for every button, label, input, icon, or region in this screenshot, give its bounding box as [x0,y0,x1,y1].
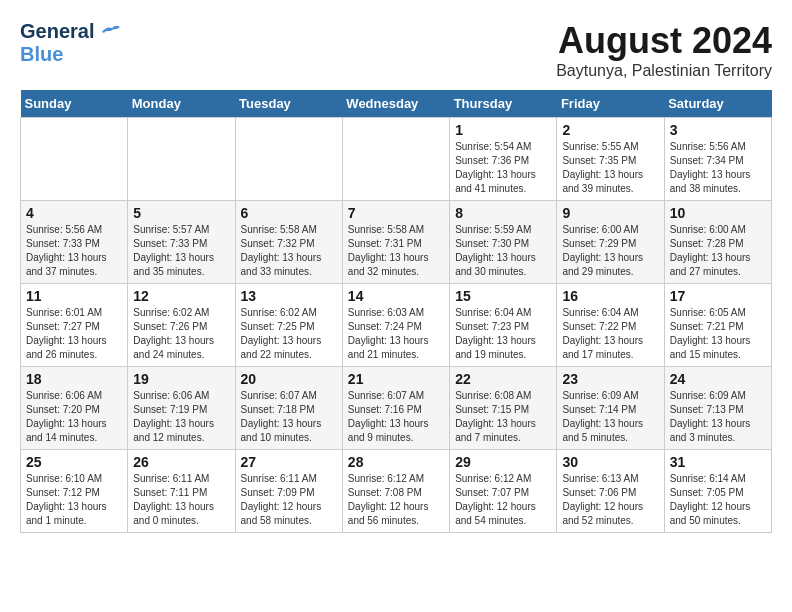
day-number: 2 [562,122,658,138]
calendar-cell: 15Sunrise: 6:04 AMSunset: 7:23 PMDayligh… [450,284,557,367]
calendar-cell: 10Sunrise: 6:00 AMSunset: 7:28 PMDayligh… [664,201,771,284]
logo-blue-text: Blue [20,43,63,66]
calendar-cell: 27Sunrise: 6:11 AMSunset: 7:09 PMDayligh… [235,450,342,533]
day-info: Sunrise: 6:00 AMSunset: 7:29 PMDaylight:… [562,224,643,277]
calendar-cell: 7Sunrise: 5:58 AMSunset: 7:31 PMDaylight… [342,201,449,284]
weekday-header-tuesday: Tuesday [235,90,342,118]
calendar-cell: 9Sunrise: 6:00 AMSunset: 7:29 PMDaylight… [557,201,664,284]
calendar-cell [342,118,449,201]
calendar-cell: 6Sunrise: 5:58 AMSunset: 7:32 PMDaylight… [235,201,342,284]
day-info: Sunrise: 5:58 AMSunset: 7:31 PMDaylight:… [348,224,429,277]
calendar-cell: 28Sunrise: 6:12 AMSunset: 7:08 PMDayligh… [342,450,449,533]
calendar-cell: 11Sunrise: 6:01 AMSunset: 7:27 PMDayligh… [21,284,128,367]
day-info: Sunrise: 6:01 AMSunset: 7:27 PMDaylight:… [26,307,107,360]
day-info: Sunrise: 6:04 AMSunset: 7:23 PMDaylight:… [455,307,536,360]
calendar-cell: 3Sunrise: 5:56 AMSunset: 7:34 PMDaylight… [664,118,771,201]
day-number: 23 [562,371,658,387]
weekday-header-saturday: Saturday [664,90,771,118]
day-number: 31 [670,454,766,470]
calendar-week-3: 11Sunrise: 6:01 AMSunset: 7:27 PMDayligh… [21,284,772,367]
day-number: 5 [133,205,229,221]
day-number: 1 [455,122,551,138]
day-number: 7 [348,205,444,221]
calendar-cell: 18Sunrise: 6:06 AMSunset: 7:20 PMDayligh… [21,367,128,450]
day-info: Sunrise: 6:14 AMSunset: 7:05 PMDaylight:… [670,473,751,526]
calendar-cell: 17Sunrise: 6:05 AMSunset: 7:21 PMDayligh… [664,284,771,367]
day-info: Sunrise: 5:56 AMSunset: 7:33 PMDaylight:… [26,224,107,277]
day-number: 25 [26,454,122,470]
calendar-cell: 21Sunrise: 6:07 AMSunset: 7:16 PMDayligh… [342,367,449,450]
calendar-week-1: 1Sunrise: 5:54 AMSunset: 7:36 PMDaylight… [21,118,772,201]
day-info: Sunrise: 6:02 AMSunset: 7:25 PMDaylight:… [241,307,322,360]
day-info: Sunrise: 5:57 AMSunset: 7:33 PMDaylight:… [133,224,214,277]
day-info: Sunrise: 6:04 AMSunset: 7:22 PMDaylight:… [562,307,643,360]
calendar-cell: 20Sunrise: 6:07 AMSunset: 7:18 PMDayligh… [235,367,342,450]
day-info: Sunrise: 5:59 AMSunset: 7:30 PMDaylight:… [455,224,536,277]
day-number: 4 [26,205,122,221]
weekday-header-wednesday: Wednesday [342,90,449,118]
day-info: Sunrise: 6:09 AMSunset: 7:14 PMDaylight:… [562,390,643,443]
day-info: Sunrise: 6:00 AMSunset: 7:28 PMDaylight:… [670,224,751,277]
day-number: 10 [670,205,766,221]
day-number: 24 [670,371,766,387]
calendar-cell: 8Sunrise: 5:59 AMSunset: 7:30 PMDaylight… [450,201,557,284]
day-number: 13 [241,288,337,304]
calendar-cell: 19Sunrise: 6:06 AMSunset: 7:19 PMDayligh… [128,367,235,450]
calendar-cell: 2Sunrise: 5:55 AMSunset: 7:35 PMDaylight… [557,118,664,201]
day-info: Sunrise: 5:54 AMSunset: 7:36 PMDaylight:… [455,141,536,194]
day-info: Sunrise: 6:12 AMSunset: 7:08 PMDaylight:… [348,473,429,526]
day-number: 16 [562,288,658,304]
day-number: 19 [133,371,229,387]
weekday-header-thursday: Thursday [450,90,557,118]
day-info: Sunrise: 6:07 AMSunset: 7:16 PMDaylight:… [348,390,429,443]
calendar-cell [21,118,128,201]
day-info: Sunrise: 6:11 AMSunset: 7:11 PMDaylight:… [133,473,214,526]
calendar-cell: 22Sunrise: 6:08 AMSunset: 7:15 PMDayligh… [450,367,557,450]
day-info: Sunrise: 6:09 AMSunset: 7:13 PMDaylight:… [670,390,751,443]
day-info: Sunrise: 6:13 AMSunset: 7:06 PMDaylight:… [562,473,643,526]
calendar-cell: 26Sunrise: 6:11 AMSunset: 7:11 PMDayligh… [128,450,235,533]
calendar-cell: 24Sunrise: 6:09 AMSunset: 7:13 PMDayligh… [664,367,771,450]
logo: General Blue [20,20,120,66]
day-number: 28 [348,454,444,470]
subtitle: Baytunya, Palestinian Territory [556,62,772,80]
calendar-cell: 4Sunrise: 5:56 AMSunset: 7:33 PMDaylight… [21,201,128,284]
day-info: Sunrise: 6:12 AMSunset: 7:07 PMDaylight:… [455,473,536,526]
title-block: August 2024 Baytunya, Palestinian Territ… [556,20,772,80]
day-number: 20 [241,371,337,387]
calendar-cell: 1Sunrise: 5:54 AMSunset: 7:36 PMDaylight… [450,118,557,201]
calendar-cell: 12Sunrise: 6:02 AMSunset: 7:26 PMDayligh… [128,284,235,367]
day-info: Sunrise: 6:06 AMSunset: 7:20 PMDaylight:… [26,390,107,443]
day-number: 14 [348,288,444,304]
day-number: 12 [133,288,229,304]
day-number: 26 [133,454,229,470]
calendar-table: SundayMondayTuesdayWednesdayThursdayFrid… [20,90,772,533]
calendar-week-5: 25Sunrise: 6:10 AMSunset: 7:12 PMDayligh… [21,450,772,533]
day-number: 9 [562,205,658,221]
calendar-week-2: 4Sunrise: 5:56 AMSunset: 7:33 PMDaylight… [21,201,772,284]
day-info: Sunrise: 6:02 AMSunset: 7:26 PMDaylight:… [133,307,214,360]
day-info: Sunrise: 5:58 AMSunset: 7:32 PMDaylight:… [241,224,322,277]
calendar-cell: 23Sunrise: 6:09 AMSunset: 7:14 PMDayligh… [557,367,664,450]
day-number: 15 [455,288,551,304]
day-number: 30 [562,454,658,470]
day-number: 18 [26,371,122,387]
calendar-cell: 13Sunrise: 6:02 AMSunset: 7:25 PMDayligh… [235,284,342,367]
day-number: 27 [241,454,337,470]
day-info: Sunrise: 5:55 AMSunset: 7:35 PMDaylight:… [562,141,643,194]
day-number: 29 [455,454,551,470]
weekday-header-sunday: Sunday [21,90,128,118]
weekday-header-friday: Friday [557,90,664,118]
calendar-week-4: 18Sunrise: 6:06 AMSunset: 7:20 PMDayligh… [21,367,772,450]
calendar-cell [235,118,342,201]
calendar-cell: 30Sunrise: 6:13 AMSunset: 7:06 PMDayligh… [557,450,664,533]
day-info: Sunrise: 6:08 AMSunset: 7:15 PMDaylight:… [455,390,536,443]
day-info: Sunrise: 6:11 AMSunset: 7:09 PMDaylight:… [241,473,322,526]
day-number: 21 [348,371,444,387]
calendar-cell [128,118,235,201]
calendar-cell: 25Sunrise: 6:10 AMSunset: 7:12 PMDayligh… [21,450,128,533]
calendar-cell: 14Sunrise: 6:03 AMSunset: 7:24 PMDayligh… [342,284,449,367]
day-number: 6 [241,205,337,221]
weekday-header-monday: Monday [128,90,235,118]
day-info: Sunrise: 5:56 AMSunset: 7:34 PMDaylight:… [670,141,751,194]
